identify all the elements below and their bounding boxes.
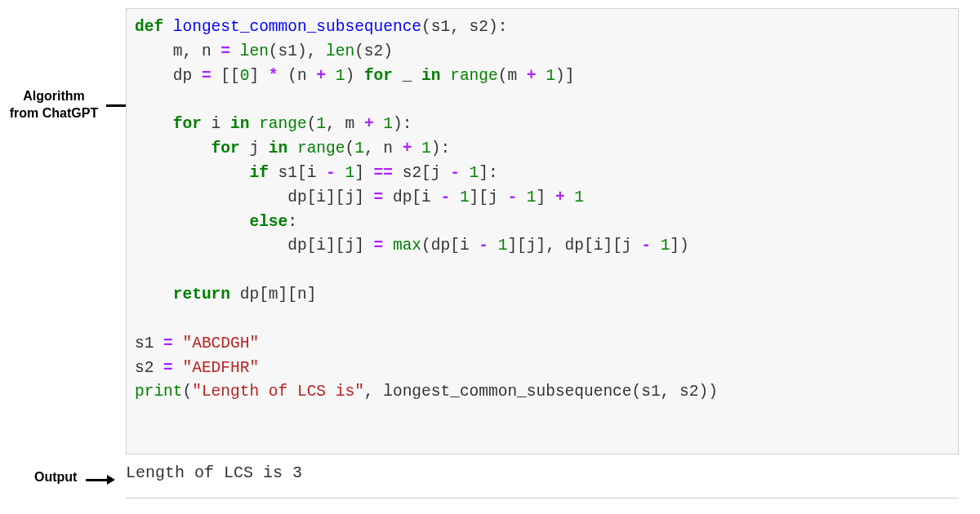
keyword-def: def (135, 18, 163, 36)
divider (126, 498, 959, 498)
output-label: Output (34, 470, 77, 485)
output-text: Length of LCS is 3 (126, 463, 302, 482)
arrow-icon (86, 475, 115, 485)
params: (s1, s2): (421, 18, 507, 36)
function-name: longest_common_subsequence (173, 18, 421, 36)
code-block: def longest_common_subsequence(s1, s2): … (126, 8, 959, 454)
algorithm-label: Algorithmfrom ChatGPT (7, 88, 101, 122)
